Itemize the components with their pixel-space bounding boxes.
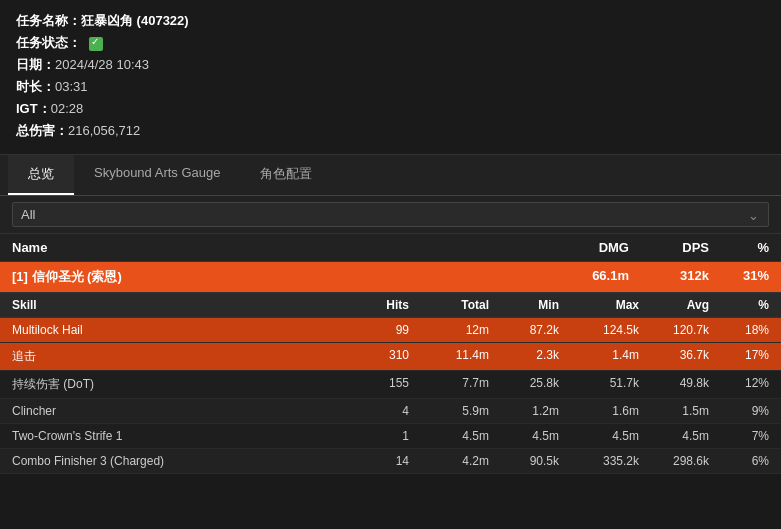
skill-hits-2: 155 — [329, 376, 409, 393]
character-dps-0: 312k — [629, 268, 709, 286]
tabs-row: 总览 Skybound Arts Gauge 角色配置 — [0, 155, 781, 196]
date-line: 日期：2024/4/28 10:43 — [16, 56, 765, 74]
filter-row: All — [0, 196, 781, 234]
igt-value: 02:28 — [51, 101, 84, 116]
skill-pct-5: 6% — [709, 454, 769, 468]
character-row-0[interactable]: [1] 信仰圣光 (索恩) 66.1m 312k 31% — [0, 262, 781, 293]
igt-label: IGT： — [16, 101, 51, 116]
total-dmg-label: 总伤害： — [16, 123, 68, 138]
skill-row-2[interactable]: 持续伤害 (DoT)1557.7m25.8k51.7k49.8k12% — [0, 371, 781, 399]
tab-character-config[interactable]: 角色配置 — [240, 155, 332, 195]
skill-avg-1: 36.7k — [639, 348, 709, 365]
skill-row-5[interactable]: Combo Finisher 3 (Charged)144.2m90.5k335… — [0, 449, 781, 474]
skill-hits-0: 99 — [329, 323, 409, 337]
skill-col-max: Max — [559, 298, 639, 312]
skill-total-3: 5.9m — [409, 404, 489, 418]
skill-max-2: 51.7k — [559, 376, 639, 393]
duration-label: 时长： — [16, 79, 55, 94]
skill-max-3: 1.6m — [559, 404, 639, 418]
skill-avg-0: 120.7k — [639, 323, 709, 337]
skill-hits-4: 1 — [329, 429, 409, 443]
skill-min-3: 1.2m — [489, 404, 559, 418]
filter-wrapper: All — [12, 202, 769, 227]
skill-avg-3: 1.5m — [639, 404, 709, 418]
status-line: 任务状态： — [16, 34, 765, 52]
skill-hits-1: 310 — [329, 348, 409, 365]
skill-max-4: 4.5m — [559, 429, 639, 443]
date-label: 日期： — [16, 57, 55, 72]
skill-pct-1: 17% — [709, 348, 769, 365]
skill-min-0: 87.2k — [489, 323, 559, 337]
task-name-value: 狂暴凶角 (407322) — [81, 13, 189, 28]
tab-skybound[interactable]: Skybound Arts Gauge — [74, 155, 240, 195]
task-name-line: 任务名称：狂暴凶角 (407322) — [16, 12, 765, 30]
skill-row-0[interactable]: Multilock Hail9912m87.2k124.5k120.7k18% — [0, 318, 781, 343]
skill-pct-3: 9% — [709, 404, 769, 418]
skill-total-5: 4.2m — [409, 454, 489, 468]
skill-min-1: 2.3k — [489, 348, 559, 365]
character-name-0: [1] 信仰圣光 (索恩) — [12, 268, 539, 286]
character-dmg-0: 66.1m — [539, 268, 629, 286]
skill-min-2: 25.8k — [489, 376, 559, 393]
skill-pct-4: 7% — [709, 429, 769, 443]
skill-row-1[interactable]: 追击31011.4m2.3k1.4m36.7k17% — [0, 343, 781, 371]
skill-hits-3: 4 — [329, 404, 409, 418]
character-pct-0: 31% — [709, 268, 769, 286]
tab-overview[interactable]: 总览 — [8, 155, 74, 195]
skills-container: Multilock Hail9912m87.2k124.5k120.7k18%追… — [0, 318, 781, 474]
header-section: 任务名称：狂暴凶角 (407322) 任务状态： 日期：2024/4/28 10… — [0, 0, 781, 155]
skill-name-0: Multilock Hail — [12, 323, 329, 337]
skill-pct-0: 18% — [709, 323, 769, 337]
skill-min-4: 4.5m — [489, 429, 559, 443]
date-value: 2024/4/28 10:43 — [55, 57, 149, 72]
skill-col-pct: % — [709, 298, 769, 312]
skill-total-1: 11.4m — [409, 348, 489, 365]
skill-col-name: Skill — [12, 298, 329, 312]
col-pct: % — [709, 240, 769, 255]
skill-name-1: 追击 — [12, 348, 329, 365]
skill-pct-2: 12% — [709, 376, 769, 393]
filter-select[interactable]: All — [12, 202, 769, 227]
col-dps: DPS — [629, 240, 709, 255]
duration-line: 时长：03:31 — [16, 78, 765, 96]
skill-max-1: 1.4m — [559, 348, 639, 365]
skill-avg-4: 4.5m — [639, 429, 709, 443]
skill-total-0: 12m — [409, 323, 489, 337]
skill-column-headers: Skill Hits Total Min Max Avg % — [0, 293, 781, 318]
col-dmg: DMG — [539, 240, 629, 255]
skill-avg-2: 49.8k — [639, 376, 709, 393]
skill-name-5: Combo Finisher 3 (Charged) — [12, 454, 329, 468]
task-name-label: 任务名称： — [16, 13, 81, 28]
total-dmg-value: 216,056,712 — [68, 123, 140, 138]
column-headers: Name DMG DPS % — [0, 234, 781, 262]
col-name: Name — [12, 240, 539, 255]
skill-name-2: 持续伤害 (DoT) — [12, 376, 329, 393]
skill-total-2: 7.7m — [409, 376, 489, 393]
skill-col-min: Min — [489, 298, 559, 312]
total-dmg-line: 总伤害：216,056,712 — [16, 122, 765, 140]
status-label: 任务状态： — [16, 35, 81, 50]
skill-col-avg: Avg — [639, 298, 709, 312]
skill-total-4: 4.5m — [409, 429, 489, 443]
skill-max-0: 124.5k — [559, 323, 639, 337]
skill-max-5: 335.2k — [559, 454, 639, 468]
skill-row-3[interactable]: Clincher45.9m1.2m1.6m1.5m9% — [0, 399, 781, 424]
duration-value: 03:31 — [55, 79, 88, 94]
igt-line: IGT：02:28 — [16, 100, 765, 118]
skill-col-hits: Hits — [329, 298, 409, 312]
status-check-icon — [89, 37, 103, 51]
skill-avg-5: 298.6k — [639, 454, 709, 468]
skill-name-4: Two-Crown's Strife 1 — [12, 429, 329, 443]
skill-min-5: 90.5k — [489, 454, 559, 468]
skill-col-total: Total — [409, 298, 489, 312]
main-table: Name DMG DPS % [1] 信仰圣光 (索恩) 66.1m 312k … — [0, 234, 781, 474]
skill-row-4[interactable]: Two-Crown's Strife 114.5m4.5m4.5m4.5m7% — [0, 424, 781, 449]
skill-name-3: Clincher — [12, 404, 329, 418]
skill-hits-5: 14 — [329, 454, 409, 468]
